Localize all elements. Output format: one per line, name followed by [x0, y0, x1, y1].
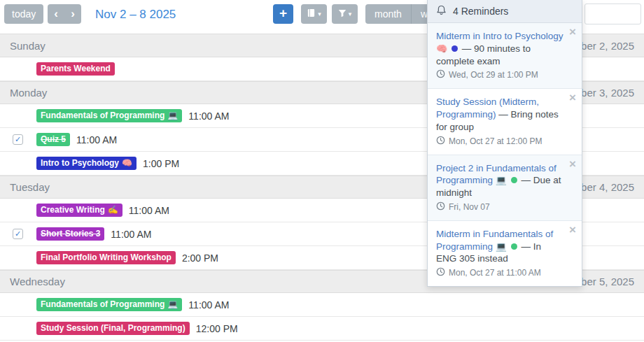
- event-emoji-icon: 💻: [167, 111, 178, 121]
- event-badge[interactable]: Final Portfolio Writing Workshop: [36, 251, 176, 264]
- event-title: Fundamentals of Programming: [41, 299, 164, 310]
- page-title: Nov 2 – 8 2025: [95, 8, 176, 22]
- reminder-datetime: Fri, Nov 07: [449, 202, 490, 213]
- reminder-when: Mon, Oct 27 at 11:00 AM: [436, 267, 564, 280]
- reminder-emoji-icon: 💻: [493, 175, 507, 185]
- reminders-panel: 4 Reminders × Midterm in Intro to Psycho…: [427, 0, 582, 287]
- event-time: 12:00 PM: [196, 323, 238, 334]
- event-title: Study Session (Final, Programming): [41, 323, 186, 334]
- active-view-button[interactable]: [584, 3, 641, 24]
- reminder-emoji-icon: 💻: [493, 241, 507, 252]
- day-name: Sunday: [10, 40, 46, 52]
- chevron-down-icon: ▾: [318, 10, 321, 17]
- bell-icon: [436, 5, 447, 17]
- event-badge[interactable]: Study Session (Final, Programming): [36, 322, 190, 335]
- clock-icon: [436, 69, 445, 82]
- event-time: 1:00 PM: [143, 158, 179, 169]
- month-view-button[interactable]: month: [365, 4, 411, 24]
- day-name: Wednesday: [10, 276, 65, 287]
- close-icon[interactable]: ×: [569, 224, 576, 236]
- nav-button-group: ‹›: [48, 4, 81, 24]
- event-title: Creative Writing: [41, 205, 105, 215]
- notebook-icon: [307, 8, 316, 20]
- event-title: Quiz 5: [41, 134, 66, 145]
- reminders-count-label: 4 Reminders: [453, 6, 508, 17]
- event-title: Fundamentals of Programming: [41, 111, 164, 121]
- event-time: 11:00 AM: [111, 229, 151, 240]
- reminder-text: Study Session (Midterm, Programming) — B…: [436, 97, 559, 132]
- day-name: Monday: [10, 87, 47, 99]
- reminders-header: 4 Reminders: [428, 0, 582, 23]
- event-row: Study Session (Final, Programming) 12:00…: [0, 317, 644, 341]
- chevron-down-icon: ▾: [349, 10, 352, 17]
- event-done-checkbox[interactable]: ✓: [13, 229, 23, 239]
- course-color-dot: [511, 243, 517, 250]
- course-color-dot: [511, 177, 517, 183]
- event-done-checkbox[interactable]: ✓: [13, 134, 23, 145]
- event-time: 11:00 AM: [188, 299, 229, 311]
- prev-icon[interactable]: ‹: [48, 5, 64, 23]
- event-badge[interactable]: Fundamentals of Programming 💻: [36, 109, 182, 122]
- event-badge[interactable]: Intro to Psychology 🧠: [36, 157, 136, 170]
- reminder-item: × Project 2 in Fundamentals of Programmi…: [428, 155, 582, 221]
- event-emoji-icon: 💻: [167, 299, 178, 310]
- close-icon[interactable]: ×: [569, 92, 576, 104]
- reminder-datetime: Wed, Oct 29 at 1:00 PM: [449, 70, 538, 81]
- reminder-item: × Midterm in Intro to Psychology 🧠 — 90 …: [428, 23, 582, 89]
- event-badge[interactable]: Short Stories 3: [36, 227, 104, 241]
- reminder-when: Wed, Oct 29 at 1:00 PM: [436, 69, 564, 82]
- reminder-link[interactable]: Midterm in Intro to Psychology: [436, 31, 564, 41]
- event-title: Intro to Psychology: [41, 158, 119, 169]
- reminder-description: — 90 minutes to complete exam: [436, 43, 531, 66]
- clock-icon: [436, 136, 445, 148]
- event-time: 2:00 PM: [182, 252, 218, 264]
- clock-icon: [436, 267, 445, 280]
- today-button[interactable]: today: [4, 4, 43, 24]
- reminder-item: × Midterm in Fundamentals of Programming…: [428, 221, 582, 286]
- filter-dropdown-button[interactable]: ▾: [332, 4, 358, 24]
- next-icon[interactable]: ›: [64, 5, 81, 23]
- reminder-when: Mon, Oct 27 at 12:00 PM: [436, 136, 564, 148]
- event-title: Short Stories 3: [41, 229, 100, 239]
- clock-icon: [436, 201, 445, 214]
- close-icon[interactable]: ×: [569, 26, 576, 38]
- event-row: Fundamentals of Programming 💻 11:00 AM: [0, 293, 644, 317]
- event-badge[interactable]: Parents Weekend: [36, 62, 115, 76]
- filter-icon: [338, 8, 346, 20]
- reminder-text: Midterm in Fundamentals of Programming 💻…: [436, 229, 553, 264]
- event-badge[interactable]: Creative Writing ✍️: [36, 204, 122, 217]
- close-icon[interactable]: ×: [569, 158, 576, 170]
- course-color-dot: [451, 45, 458, 52]
- event-emoji-icon: ✍️: [108, 205, 118, 215]
- reminder-text: Project 2 in Fundamentals of Programming…: [436, 163, 561, 199]
- notebook-dropdown-button[interactable]: ▾: [301, 4, 327, 24]
- event-title: Final Portfolio Writing Workshop: [41, 252, 172, 263]
- event-time: 11:00 AM: [129, 205, 169, 216]
- reminder-datetime: Mon, Oct 27 at 11:00 AM: [449, 268, 541, 279]
- day-name: Tuesday: [10, 181, 50, 193]
- event-time: 11:00 AM: [188, 111, 229, 122]
- reminder-emoji-icon: 🧠: [436, 43, 447, 54]
- event-title: Parents Weekend: [41, 64, 111, 74]
- reminder-text: Midterm in Intro to Psychology 🧠 — 90 mi…: [436, 31, 564, 66]
- reminder-datetime: Mon, Oct 27 at 12:00 PM: [449, 136, 542, 148]
- event-time: 11:00 AM: [76, 134, 117, 145]
- reminder-item: × Study Session (Midterm, Programming) —…: [428, 89, 582, 155]
- reminder-when: Fri, Nov 07: [436, 201, 564, 214]
- add-event-button[interactable]: +: [273, 4, 293, 24]
- calendar-app: today ‹› Nov 2 – 8 2025 + ▾ ▾ monthweek …: [0, 0, 644, 342]
- event-emoji-icon: 🧠: [122, 158, 132, 169]
- reminders-list: × Midterm in Intro to Psychology 🧠 — 90 …: [428, 23, 582, 286]
- event-badge[interactable]: Quiz 5: [36, 133, 70, 146]
- event-badge[interactable]: Fundamentals of Programming 💻: [36, 298, 182, 311]
